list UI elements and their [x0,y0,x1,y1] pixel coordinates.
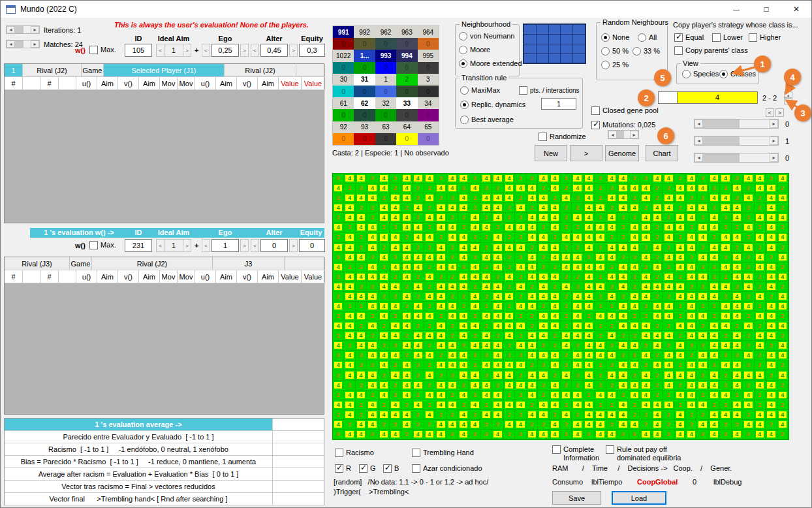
world-cell[interactable]: 4 [755,292,766,302]
world-cell[interactable]: 2 [435,410,446,420]
world-cell[interactable]: 4 [755,370,766,380]
mini-grid-cell[interactable]: 0 [418,133,439,145]
mini-grid-cell[interactable]: 0 [354,86,375,97]
best-average-radio[interactable]: Best average [460,116,514,124]
world-cell[interactable]: 4 [344,430,355,439]
world-cell[interactable]: 4 [504,174,515,183]
world-cell[interactable]: 4 [435,341,446,351]
world-cell[interactable]: 2 [720,292,731,302]
world-cell[interactable]: 2 [697,370,708,380]
world-cell[interactable]: 4 [595,341,606,351]
world-cell[interactable]: 2 [481,262,492,272]
randomize-checkbox[interactable]: Randomize [539,133,586,141]
world-cell[interactable]: 4 [766,430,777,439]
world-cell[interactable]: 2 [550,282,561,292]
view-species-radio[interactable]: Species [682,70,719,78]
world-cell[interactable]: 2 [356,243,367,253]
world-cell[interactable]: 4 [367,410,378,420]
mini-grid-cell[interactable]: 0 [396,62,417,74]
world-cell[interactable]: 2 [755,302,766,311]
world-cell[interactable]: 4 [458,311,469,321]
world-cell[interactable]: 2 [675,203,686,213]
world-cell[interactable]: 4 [584,410,595,420]
mutations-spinner-track[interactable] [617,131,630,138]
world-cell[interactable]: 4 [550,253,561,262]
world-cell[interactable]: 2 [401,203,413,213]
world-cell[interactable]: 4 [333,341,344,351]
world-cell[interactable]: 2 [743,430,754,439]
world-cell[interactable]: 4 [469,183,480,193]
world-cell[interactable]: 2 [458,302,469,311]
world-cell[interactable]: 2 [469,282,480,292]
world-cell[interactable]: 2 [629,272,640,282]
world-cell[interactable]: 4 [617,341,629,351]
world-cell[interactable]: 4 [344,370,355,380]
world-cell[interactable]: 4 [424,430,435,439]
world-cell[interactable]: 2 [595,370,606,380]
world-cell[interactable]: 2 [469,360,480,370]
world-cell[interactable]: 4 [424,193,435,203]
world-cell[interactable]: 2 [561,381,572,390]
world-cell[interactable]: 4 [720,360,731,370]
world-cell[interactable]: 4 [709,381,720,390]
world-cell[interactable]: 4 [766,232,777,242]
mini-grid-cell[interactable]: 0 [354,133,375,145]
world-cell[interactable]: 4 [469,292,480,302]
world-cell[interactable]: 4 [538,272,549,282]
world-cell[interactable]: 2 [675,302,686,311]
world-cell[interactable]: 4 [447,282,458,292]
world-cell[interactable]: 4 [492,321,503,331]
world-cell[interactable]: 4 [572,321,583,331]
world-cell[interactable]: 4 [379,213,390,223]
world-cell[interactable]: 4 [550,272,561,282]
world-cell[interactable]: 4 [720,262,731,272]
world-cell[interactable]: 4 [697,331,708,341]
new-button[interactable]: New [535,145,567,161]
world-cell[interactable]: 4 [640,351,651,360]
world-cell[interactable]: 4 [435,420,446,430]
world-cell[interactable]: 4 [435,223,446,232]
world-cell[interactable]: 4 [640,193,651,203]
world-cell[interactable]: 4 [367,223,378,232]
world-cell[interactable]: 4 [469,341,480,351]
world-cell[interactable]: 2 [527,282,538,292]
moore-radio[interactable]: Moore [459,46,490,54]
world-cell[interactable]: 2 [561,400,572,410]
world-cell[interactable]: 4 [732,183,743,193]
world-cell[interactable]: 2 [413,390,424,400]
world-cell[interactable]: 4 [458,193,469,203]
world-cell[interactable]: 2 [390,174,401,183]
world-cell[interactable]: 2 [595,302,606,311]
world-cell[interactable]: 4 [367,232,378,242]
world-cell[interactable]: 4 [550,213,561,223]
world-cell[interactable]: 4 [675,341,686,351]
mini-grid-cell[interactable]: 963 [396,26,417,38]
world-cell[interactable]: 4 [527,223,538,232]
world-cell[interactable]: 2 [697,302,708,311]
alter-increase-1[interactable]: > [289,44,298,57]
world-cell[interactable]: 4 [663,203,674,213]
world-cell[interactable]: 4 [755,331,766,341]
world-cell[interactable]: 2 [333,311,344,321]
world-cell[interactable]: 4 [504,193,515,203]
world-cell[interactable]: 4 [675,193,686,203]
world-cell[interactable]: 4 [663,253,674,262]
world-cell[interactable]: 4 [424,370,435,380]
world-cell[interactable]: 4 [504,381,515,390]
world-cell[interactable]: 4 [663,174,674,183]
world-cell[interactable]: 2 [629,213,640,223]
world-cell[interactable]: 4 [766,360,777,370]
world-cell[interactable]: 4 [527,351,538,360]
param-scrollbar-2-track[interactable] [703,136,770,145]
world-cell[interactable]: 4 [333,381,344,390]
world-cell[interactable]: 4 [584,341,595,351]
world-cell[interactable]: 4 [401,410,413,420]
world-cell[interactable]: 4 [379,360,390,370]
world-cell[interactable]: 4 [640,370,651,380]
world-cell[interactable]: 4 [766,223,777,232]
world-cell[interactable]: 4 [777,232,789,242]
world-cell[interactable]: 4 [515,203,526,213]
mini-grid-cell[interactable]: 31 [354,74,375,86]
world-cell[interactable]: 2 [379,341,390,351]
world-cell[interactable]: 2 [561,302,572,311]
